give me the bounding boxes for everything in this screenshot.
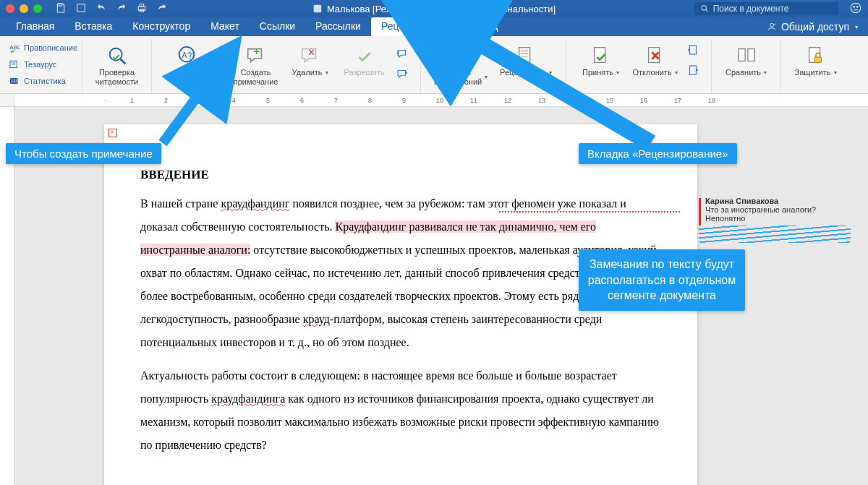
svg-rect-3 bbox=[140, 4, 143, 6]
tab-review[interactable]: Рецензирование bbox=[371, 17, 469, 36]
comment-body: Что за иностранные аналоги? Непонятно bbox=[699, 205, 858, 223]
chevron-down-icon: ▾ bbox=[195, 69, 198, 76]
protect-label: Защитить bbox=[795, 68, 831, 77]
ruler-mark: 15 bbox=[606, 97, 613, 104]
compare-button[interactable]: Сравнить▾ bbox=[719, 40, 773, 77]
compare-group: Сравнить▾ bbox=[712, 39, 781, 93]
changes-group: Принять▾ Отклонить▾ bbox=[566, 39, 712, 93]
window-title-text: Малькова [Режим ограниченной функциональ… bbox=[327, 4, 556, 14]
quick-access-toolbar bbox=[55, 2, 168, 16]
undo-icon[interactable] bbox=[95, 2, 107, 16]
close-window-icon[interactable] bbox=[6, 4, 14, 13]
protect-group: Защитить▾ bbox=[781, 39, 850, 93]
horizontal-ruler[interactable]: · 123456789101112131415161718 bbox=[0, 94, 868, 107]
callout-segment-hint: Замечания по тексту будут располагаться … bbox=[579, 249, 745, 311]
doc-paragraph-2: Актуальность работы состоит в следующем:… bbox=[140, 364, 661, 457]
svg-rect-1 bbox=[77, 4, 85, 12]
comment-connector-line bbox=[499, 211, 680, 213]
language-label: Язык bbox=[174, 68, 193, 77]
tab-references[interactable]: Ссылки bbox=[250, 17, 305, 36]
prev-change-button[interactable] bbox=[682, 40, 704, 59]
word-count-label: Статистика bbox=[24, 77, 66, 85]
ruler-mark: 7 bbox=[334, 97, 338, 104]
redo-alt-icon[interactable] bbox=[156, 2, 168, 16]
delete-comment-button[interactable]: ✕ Удалить▾ bbox=[283, 40, 337, 86]
tracking-group: Запись исправлений▾ Рецензиро...▾ bbox=[421, 39, 566, 93]
accept-button[interactable]: Принять▾ bbox=[574, 40, 628, 80]
comment-author: Карина Спивакова bbox=[699, 197, 858, 205]
ruler-mark: 5 bbox=[266, 97, 270, 104]
minimize-window-icon[interactable] bbox=[20, 4, 28, 13]
chevron-down-icon: ▾ bbox=[485, 74, 488, 80]
tab-design[interactable]: Конструктор bbox=[122, 17, 200, 36]
word-count-button[interactable]: 123 Статистика bbox=[9, 74, 77, 88]
chevron-down-icon: ▾ bbox=[834, 69, 837, 76]
svg-point-6 bbox=[702, 6, 706, 10]
page-corner-marker bbox=[109, 129, 117, 137]
feedback-icon[interactable] bbox=[849, 1, 862, 17]
protect-button[interactable]: Защитить▾ bbox=[788, 40, 843, 77]
ruler-mark: 17 bbox=[674, 97, 681, 104]
tab-layout[interactable]: Макет bbox=[200, 17, 250, 36]
search-input[interactable] bbox=[713, 4, 833, 14]
ruler-mark: 4 bbox=[232, 97, 236, 104]
svg-rect-38 bbox=[814, 57, 821, 63]
callout-tab-hint: Вкладка «Рецензирование» bbox=[579, 143, 737, 164]
svg-rect-0 bbox=[59, 4, 61, 6]
next-comment-button[interactable] bbox=[391, 64, 413, 83]
svg-rect-36 bbox=[747, 49, 754, 61]
ruler-mark: 12 bbox=[504, 97, 511, 104]
comment-card[interactable]: Карина Спивакова Что за иностранные анал… bbox=[699, 197, 858, 243]
proofing-group: ABC Правописание Тезаурус 123 Статистика bbox=[4, 39, 82, 93]
share-button[interactable]: + Общий доступ ▾ bbox=[757, 17, 868, 36]
chevron-down-icon: ▾ bbox=[855, 24, 858, 30]
resolve-comment-button[interactable]: Разрешить bbox=[337, 40, 391, 86]
svg-point-8 bbox=[851, 3, 861, 13]
comment-scribble-icon bbox=[699, 226, 851, 243]
delete-comment-label: Удалить bbox=[292, 68, 323, 77]
spelling-label: Правописание bbox=[24, 43, 77, 52]
tab-insert[interactable]: Вставка bbox=[64, 17, 122, 36]
track-changes-button[interactable]: Запись исправлений▾ bbox=[428, 40, 493, 86]
reject-button[interactable]: Отклонить▾ bbox=[628, 40, 682, 80]
callout-create-note: Чтобы создать примечание bbox=[6, 143, 161, 164]
search-box[interactable] bbox=[694, 2, 839, 15]
ruler-mark: 8 bbox=[368, 97, 372, 104]
doc-heading: ВВЕДЕНИЕ bbox=[140, 168, 661, 182]
language-button[interactable]: A字 Язык▾ bbox=[159, 40, 213, 77]
tab-mailings[interactable]: Рассылки bbox=[305, 17, 371, 36]
zoom-window-icon[interactable] bbox=[33, 4, 42, 13]
save-icon[interactable] bbox=[55, 2, 67, 16]
titlebar: Малькова [Режим ограниченной функциональ… bbox=[0, 0, 868, 17]
reviewing-pane-button[interactable]: Рецензиро...▾ bbox=[493, 40, 558, 86]
readability-button[interactable]: Проверка читаемости bbox=[90, 40, 144, 86]
svg-rect-33 bbox=[690, 46, 697, 54]
ruler-mark: 10 bbox=[436, 97, 443, 104]
tab-view[interactable]: Вид bbox=[469, 17, 508, 36]
svg-line-7 bbox=[706, 10, 708, 12]
save-cloud-icon[interactable] bbox=[75, 2, 87, 16]
new-comment-button[interactable]: + Создать примечание bbox=[229, 40, 283, 86]
ribbon-tabs: Главная Вставка Конструктор Макет Ссылки… bbox=[0, 17, 868, 36]
ruler-mark: 16 bbox=[640, 97, 647, 104]
redo-icon[interactable] bbox=[116, 2, 127, 16]
resolve-comment-label: Разрешить bbox=[344, 68, 385, 77]
thesaurus-button[interactable]: Тезаурус bbox=[9, 57, 77, 72]
svg-rect-5 bbox=[314, 5, 322, 13]
svg-line-19 bbox=[120, 59, 125, 64]
print-icon[interactable] bbox=[136, 2, 148, 16]
svg-text:ABC: ABC bbox=[9, 44, 20, 51]
chevron-down-icon: ▾ bbox=[326, 69, 328, 76]
reviewing-pane-label: Рецензиро... bbox=[500, 68, 546, 77]
prev-comment-button[interactable] bbox=[391, 44, 413, 63]
svg-rect-24 bbox=[454, 48, 465, 63]
svg-text:✕: ✕ bbox=[307, 47, 315, 58]
tab-home[interactable]: Главная bbox=[6, 17, 64, 36]
ruler-mark: 18 bbox=[708, 97, 715, 104]
readability-label: Проверка читаемости bbox=[95, 68, 138, 86]
next-change-button[interactable] bbox=[682, 61, 704, 80]
svg-text:A字: A字 bbox=[182, 51, 194, 59]
thesaurus-label: Тезаурус bbox=[24, 60, 56, 69]
spelling-button[interactable]: ABC Правописание bbox=[9, 40, 77, 55]
svg-rect-34 bbox=[690, 66, 697, 74]
